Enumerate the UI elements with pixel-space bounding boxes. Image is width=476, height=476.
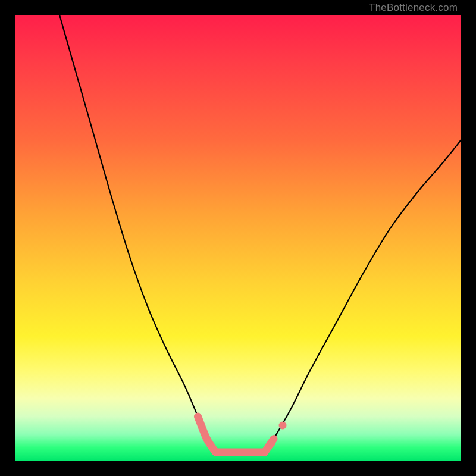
chart-svg xyxy=(15,15,461,461)
right-curve xyxy=(265,140,461,452)
floor-dot-right-2 xyxy=(279,422,287,430)
left-end-cap xyxy=(198,416,216,452)
left-curve xyxy=(60,15,216,452)
watermark-text: TheBottleneck.com xyxy=(369,2,458,14)
right-start-cap xyxy=(265,439,274,453)
chart-frame: TheBottleneck.com xyxy=(0,0,476,476)
plot-area: TheBottleneck.com xyxy=(15,15,461,461)
